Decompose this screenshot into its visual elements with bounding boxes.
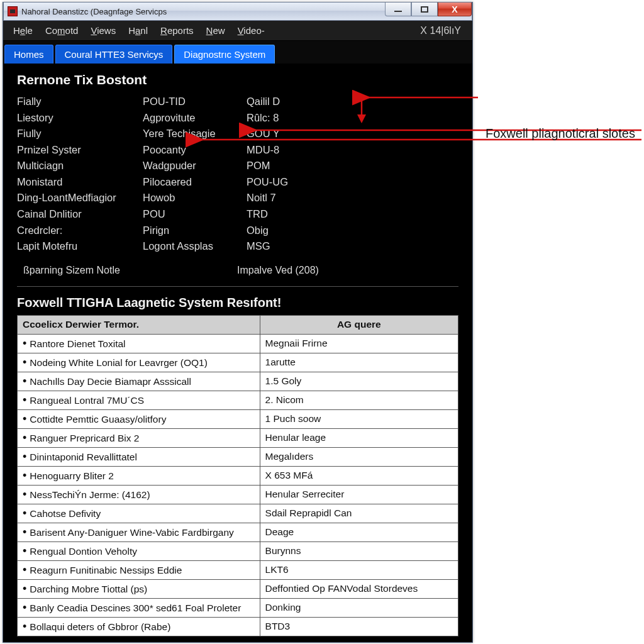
table-cell: X 653 MFá <box>260 466 458 485</box>
info-cell: Noitl 7 <box>247 190 458 206</box>
section2-title: Foxwell TTIGHA Laagnetic System Resıfont… <box>17 293 458 315</box>
table-cell: Nodeing White Lonial for Leavrger (ОQ1) <box>18 353 260 372</box>
menu-reports[interactable]: Reports <box>154 23 200 38</box>
table-row[interactable]: Barisent Any-Daniguer Wine-Vabic Fardbir… <box>18 523 458 541</box>
footer-right: Impalve Ved (208) <box>237 265 319 276</box>
info-cell: Logont Assplas <box>143 238 247 255</box>
footer-left: ßparning Sizem Notle <box>23 265 237 276</box>
info-row: FiullyYere TechisagieGOU Y <box>17 126 458 142</box>
table-cell: Bollaqui deters of Gbbror (Rabe) <box>18 617 260 636</box>
info-row: MulticiagnWadgpuderPOM <box>17 158 458 174</box>
maximize-button[interactable] <box>411 3 438 16</box>
table-cell: Donking <box>260 598 458 617</box>
table-cell: Henoguarry Bliter 2 <box>18 466 260 485</box>
table-row[interactable]: Cottidte Pemttic Guaasy/olitfory1 Puch s… <box>18 409 458 428</box>
table-cell: BTD3 <box>260 617 458 636</box>
table-cell: Megnaii Frirne <box>260 334 458 353</box>
menu-comotd[interactable]: Comotd <box>39 23 85 38</box>
info-cell: Liestory <box>17 110 143 126</box>
table-row[interactable]: Cahotse DefivitySdail Reprapidl Can <box>18 504 458 523</box>
info-cell: Poocanty <box>143 142 247 158</box>
info-cell: Multiciagn <box>17 158 143 174</box>
info-row: FiallyPOU-TIDQailil D <box>17 94 458 110</box>
info-row: LiestoryAgprovituteRûlc: 8 <box>17 110 458 126</box>
info-cell: Howob <box>143 190 247 206</box>
info-cell: Fially <box>17 94 143 110</box>
table-row[interactable]: Henoguarry Bliter 2X 653 MFá <box>18 466 458 485</box>
menu-views[interactable]: Views <box>84 23 122 38</box>
table-row[interactable]: Reagurn Funitinabic Nessips EddieLKT6 <box>18 560 458 579</box>
annotation-label: Foxwell pliagnoticral slotes <box>486 126 636 142</box>
table-cell: NessTechiÝn Jerme: (4162) <box>18 485 260 504</box>
info-cell: POM <box>247 158 458 174</box>
info-cell: Wadgpuder <box>143 158 247 174</box>
section1-footer: ßparning Sizem Notle Impalve Ved (208) <box>17 255 458 284</box>
section1-title: Rernone Tix Bostont <box>17 70 458 94</box>
table-cell: Cahotse Defivity <box>18 504 260 523</box>
info-row: Credrcler:PirignObig <box>17 223 458 239</box>
info-cell: Qailil D <box>247 94 458 110</box>
app-window: Nahoral Deanstizc (Deagnfage Servicps X … <box>3 2 473 643</box>
table-row[interactable]: Bollaqui deters of Gbbror (Rabe)BTD3 <box>18 617 458 636</box>
info-cell: Pilocaered <box>143 174 247 191</box>
tab-diagnostic[interactable]: Diagnostrıc System <box>174 45 275 64</box>
info-row: MonistardPilocaeredPOU-UG <box>17 174 458 191</box>
table-row[interactable]: Rantore Dienet ToxitalMegnaii Frirne <box>18 334 458 353</box>
tabstrip: Homes Coural HTTE3 Servicys Diagnostrıc … <box>3 41 472 64</box>
info-cell: Yere Techisagie <box>143 126 247 142</box>
table-cell: Nachılls Day Decie Biamapr Asssicall <box>18 372 260 391</box>
menu-video[interactable]: Video- <box>231 23 271 38</box>
info-cell: Ding-LoantMedfiagior <box>17 190 143 206</box>
table-row[interactable]: Nodeing White Lonial for Leavrger (ОQ1)1… <box>18 353 458 372</box>
table-cell: Deage <box>260 523 458 541</box>
info-cell: Lapit Motefru <box>17 238 143 255</box>
info-row: Ding-LoantMedfiagiorHowobNoitl 7 <box>17 190 458 206</box>
table-cell: Cottidte Pemttic Guaasy/olitfory <box>18 409 260 428</box>
table-cell: Barisent Any-Daniguer Wine-Vabic Fardbir… <box>18 523 260 541</box>
table-row[interactable]: NessTechiÝn Jerme: (4162)Henular Serreci… <box>18 485 458 504</box>
info-cell: MSG <box>247 238 458 255</box>
table-cell: Dinintaponid Revallittatel <box>18 447 260 466</box>
minimize-button[interactable] <box>385 3 411 16</box>
table-row[interactable]: Banly Ceadia Descines 300* sed61 Foal Pr… <box>18 598 458 617</box>
table-cell: Ranguer Prepricard Bix 2 <box>18 428 260 447</box>
info-cell: TRD <box>247 206 458 223</box>
info-row: Prnizel SysterPoocantyMDU-8 <box>17 142 458 158</box>
results-table: Ccoelicx Derwier Termor. AG quere Rantor… <box>17 315 458 636</box>
table-cell: Banly Ceadia Descines 300* sed61 Foal Pr… <box>18 598 260 617</box>
close-button[interactable]: X <box>438 3 472 16</box>
table-row[interactable]: Ranguer Prepricard Bix 2Henular leage <box>18 428 458 447</box>
table-cell: 1.5 Goly <box>260 372 458 391</box>
menu-file[interactable]: Hele <box>7 23 39 38</box>
table-cell: Rantore Dienet Toxital <box>18 334 260 353</box>
info-grid: FiallyPOU-TIDQailil DLiestoryAgprovitute… <box>17 94 458 255</box>
col-header-2[interactable]: AG quere <box>260 315 458 334</box>
menu-hanl[interactable]: Hanl <box>122 23 154 38</box>
info-cell: Obig <box>247 223 458 239</box>
tab-homes[interactable]: Homes <box>4 45 53 64</box>
info-cell: Rûlc: 8 <box>247 110 458 126</box>
table-cell: Sdail Reprapidl Can <box>260 504 458 523</box>
info-cell: Credrcler: <box>17 223 143 239</box>
table-row[interactable]: Rengual Dontion VeholtyBurynns <box>18 541 458 560</box>
table-row[interactable]: Nachılls Day Decie Biamapr Asssicall1.5 … <box>18 372 458 391</box>
table-cell: Henular leage <box>260 428 458 447</box>
info-cell: Monistard <box>17 174 143 191</box>
info-cell: Prnizel Syster <box>17 142 143 158</box>
table-cell: 1 Puch soow <box>260 409 458 428</box>
separator <box>17 286 458 287</box>
content-area: Rernone Tix Bostont FiallyPOU-TIDQailil … <box>3 64 472 642</box>
titlebar[interactable]: Nahoral Deanstizc (Deagnfage Servicps X <box>3 2 472 21</box>
table-cell: Reagurn Funitinabic Nessips Eddie <box>18 560 260 579</box>
table-row[interactable]: Dinintaponid RevallittatelMegalıders <box>18 447 458 466</box>
table-row[interactable]: Darching Mobre Tiottal (ps)Deffontied Op… <box>18 579 458 598</box>
info-row: Lapit MotefruLogont AssplasMSG <box>17 238 458 255</box>
table-cell: LKT6 <box>260 560 458 579</box>
info-cell: Agprovitute <box>143 110 247 126</box>
tab-coural[interactable]: Coural HTTE3 Servicys <box>55 45 173 64</box>
col-header-1[interactable]: Ccoelicx Derwier Termor. <box>18 315 260 334</box>
table-row[interactable]: Rangueal Lontral 7MU´CS2. Nicom <box>18 391 458 409</box>
maximize-icon <box>421 6 428 13</box>
menu-new[interactable]: New <box>200 23 231 38</box>
table-cell: Megalıders <box>260 447 458 466</box>
